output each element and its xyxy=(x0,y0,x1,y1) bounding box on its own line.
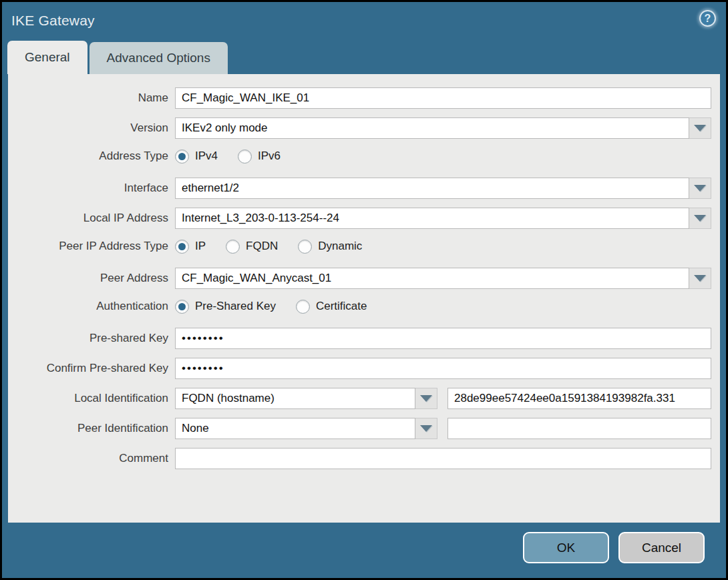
radio-peer-dynamic-control[interactable] xyxy=(298,240,312,254)
peer-address-select[interactable] xyxy=(175,268,689,289)
chevron-down-icon xyxy=(694,185,706,192)
form-row-interface: Interface xyxy=(8,178,711,199)
chevron-down-icon xyxy=(420,395,432,402)
radio-ipv6[interactable]: IPv6 xyxy=(238,150,281,164)
local-ip-label: Local IP Address xyxy=(8,212,175,225)
interface-label: Interface xyxy=(8,182,175,195)
radio-peer-dynamic-label: Dynamic xyxy=(318,240,362,253)
interface-dropdown-button[interactable] xyxy=(689,178,711,199)
radio-peer-fqdn[interactable]: FQDN xyxy=(226,240,278,254)
version-label: Version xyxy=(8,121,175,135)
comment-label: Comment xyxy=(8,452,175,465)
version-dropdown-button[interactable] xyxy=(689,117,711,139)
pre-shared-key-label: Pre-shared Key xyxy=(8,332,175,345)
local-ip-select[interactable] xyxy=(175,208,689,229)
radio-ipv4[interactable]: IPv4 xyxy=(175,150,218,164)
form-row-pre-shared-key: Pre-shared Key xyxy=(8,328,711,349)
dialog-frame: IKE Gateway ? General Advanced Options N… xyxy=(2,2,726,578)
help-icon[interactable]: ? xyxy=(699,10,716,27)
peer-address-label: Peer Address xyxy=(8,272,175,285)
version-select[interactable] xyxy=(175,117,689,139)
cancel-button[interactable]: Cancel xyxy=(618,532,705,563)
radio-ipv4-control[interactable] xyxy=(175,150,189,164)
tab-advanced-options[interactable]: Advanced Options xyxy=(89,42,228,74)
radio-pre-shared-key[interactable]: Pre-Shared Key xyxy=(175,300,276,314)
confirm-pre-shared-key-input[interactable] xyxy=(175,358,711,379)
radio-pre-shared-key-label: Pre-Shared Key xyxy=(195,300,276,313)
radio-peer-ip-label: IP xyxy=(195,240,206,253)
address-type-label: Address Type xyxy=(8,150,175,163)
name-label: Name xyxy=(8,91,175,105)
ike-gateway-dialog: IKE Gateway ? General Advanced Options N… xyxy=(0,0,728,580)
form-row-peer-identification: Peer Identification xyxy=(8,418,711,439)
form-panel: Name Version Address Type xyxy=(8,74,720,523)
chevron-down-icon xyxy=(420,425,432,432)
form-row-authentication: Authentication Pre-Shared Key Certificat… xyxy=(8,298,711,315)
radio-peer-fqdn-label: FQDN xyxy=(246,240,278,253)
radio-peer-ip-control[interactable] xyxy=(175,240,189,254)
interface-select[interactable] xyxy=(175,178,689,199)
form-row-local-ip: Local IP Address xyxy=(8,208,711,229)
form-row-peer-address: Peer Address xyxy=(8,268,711,289)
peer-identification-label: Peer Identification xyxy=(8,422,175,435)
form-row-version: Version xyxy=(8,117,711,139)
dialog-title: IKE Gateway xyxy=(11,13,95,29)
radio-certificate-label: Certificate xyxy=(316,300,367,313)
radio-pre-shared-key-control[interactable] xyxy=(175,300,189,314)
form-row-local-identification: Local Identification xyxy=(8,388,711,409)
ok-button[interactable]: OK xyxy=(523,532,609,563)
form-row-confirm-pre-shared-key: Confirm Pre-shared Key xyxy=(8,358,711,379)
radio-peer-ip[interactable]: IP xyxy=(175,240,206,254)
dialog-titlebar: IKE Gateway ? xyxy=(2,2,726,39)
radio-ipv4-label: IPv4 xyxy=(195,150,218,163)
tab-bar: General Advanced Options xyxy=(2,39,726,74)
form-row-address-type: Address Type IPv4 IPv6 xyxy=(8,148,711,165)
form-row-name: Name xyxy=(8,87,711,109)
pre-shared-key-input[interactable] xyxy=(175,328,711,349)
peer-identification-type-select[interactable] xyxy=(175,418,415,439)
radio-peer-dynamic[interactable]: Dynamic xyxy=(298,240,362,254)
peer-identification-value-input[interactable] xyxy=(447,418,711,439)
radio-ipv6-label: IPv6 xyxy=(258,150,281,163)
peer-identification-dropdown-button[interactable] xyxy=(415,418,437,439)
dialog-footer: OK Cancel xyxy=(2,523,726,578)
confirm-pre-shared-key-label: Confirm Pre-shared Key xyxy=(8,362,175,375)
comment-input[interactable] xyxy=(175,448,711,469)
name-input[interactable] xyxy=(175,87,711,109)
chevron-down-icon xyxy=(694,275,706,282)
peer-address-dropdown-button[interactable] xyxy=(689,268,711,289)
radio-certificate-control[interactable] xyxy=(296,300,310,314)
peer-ip-type-label: Peer IP Address Type xyxy=(8,240,175,253)
radio-peer-fqdn-control[interactable] xyxy=(226,240,240,254)
local-identification-type-select[interactable] xyxy=(175,388,415,409)
chevron-down-icon xyxy=(694,215,706,222)
form-row-peer-ip-type: Peer IP Address Type IP FQDN Dynamic xyxy=(8,238,711,255)
local-identification-label: Local Identification xyxy=(8,392,175,405)
chevron-down-icon xyxy=(694,125,706,131)
local-identification-dropdown-button[interactable] xyxy=(415,388,437,409)
form-row-comment: Comment xyxy=(8,448,711,469)
radio-ipv6-control[interactable] xyxy=(238,150,252,164)
radio-certificate[interactable]: Certificate xyxy=(296,300,367,314)
tab-general[interactable]: General xyxy=(7,41,87,74)
authentication-label: Authentication xyxy=(8,300,175,313)
local-identification-value-input[interactable] xyxy=(447,388,711,409)
local-ip-dropdown-button[interactable] xyxy=(689,208,711,229)
